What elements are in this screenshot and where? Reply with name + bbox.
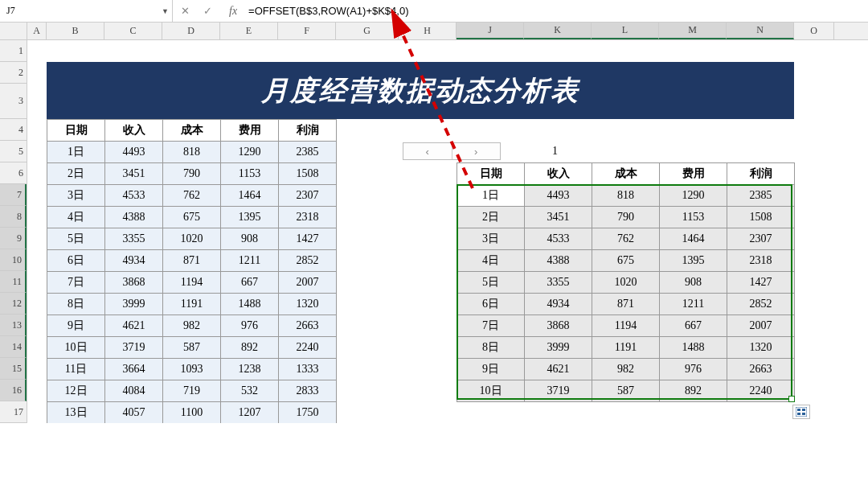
column-header-N[interactable]: N — [727, 23, 794, 39]
spinner-next-icon[interactable]: › — [452, 143, 500, 159]
table-cell[interactable]: 1194 — [592, 315, 660, 337]
table-cell[interactable]: 3999 — [525, 337, 592, 359]
table-cell[interactable]: 982 — [163, 315, 221, 337]
column-header-A[interactable]: A — [27, 23, 47, 39]
table-cell[interactable]: 1日 — [47, 142, 105, 163]
table-cell[interactable]: 762 — [592, 228, 660, 250]
chevron-down-icon[interactable]: ▼ — [162, 7, 169, 15]
table-cell[interactable]: 976 — [660, 359, 727, 380]
column-header-L[interactable]: L — [592, 23, 659, 39]
table-cell[interactable]: 2307 — [279, 185, 337, 207]
table-cell[interactable]: 4533 — [525, 228, 592, 250]
table-cell[interactable]: 4621 — [105, 315, 163, 337]
table-cell[interactable]: 1488 — [221, 294, 279, 315]
row-header-3[interactable]: 3 — [0, 84, 27, 119]
table-cell[interactable]: 2385 — [279, 142, 337, 163]
table-cell[interactable]: 2日 — [457, 207, 525, 228]
row-header-5[interactable]: 5 — [0, 141, 27, 162]
table-cell[interactable]: 667 — [660, 315, 727, 337]
table-cell[interactable]: 1211 — [221, 250, 279, 272]
table-cell[interactable]: 11日 — [47, 359, 105, 380]
table-cell[interactable]: 1日 — [457, 185, 525, 207]
table-cell[interactable]: 4493 — [525, 185, 592, 207]
column-header-M[interactable]: M — [659, 23, 727, 39]
row-header-16[interactable]: 16 — [0, 380, 27, 401]
table-cell[interactable]: 982 — [592, 359, 660, 380]
table-cell[interactable]: 1191 — [592, 337, 660, 359]
column-header-E[interactable]: E — [220, 23, 278, 39]
row-header-6[interactable]: 6 — [0, 162, 27, 184]
table-cell[interactable]: 4493 — [105, 142, 163, 163]
table-cell[interactable]: 1238 — [221, 359, 279, 380]
table-cell[interactable]: 3868 — [525, 315, 592, 337]
table-cell[interactable]: 4388 — [525, 250, 592, 272]
table-cell[interactable]: 1290 — [660, 185, 727, 207]
table-cell[interactable]: 4084 — [105, 380, 163, 402]
sheet-canvas[interactable]: 月度经营数据动态分析表 日期收入成本费用利润1日4493818129023852… — [27, 40, 868, 423]
table-cell[interactable]: 2385 — [727, 185, 795, 207]
name-box[interactable]: J7 ▼ — [0, 0, 173, 22]
row-header-4[interactable]: 4 — [0, 119, 27, 141]
table-cell[interactable]: 1395 — [221, 207, 279, 228]
column-header-F[interactable]: F — [278, 23, 336, 39]
table-cell[interactable]: 4621 — [525, 359, 592, 380]
table-cell[interactable]: 2663 — [727, 359, 795, 380]
table-cell[interactable]: 790 — [163, 163, 221, 185]
table-cell[interactable]: 1464 — [660, 228, 727, 250]
table-cell[interactable]: 762 — [163, 185, 221, 207]
table-cell[interactable]: 9日 — [457, 359, 525, 380]
table-cell[interactable]: 3719 — [525, 380, 592, 402]
table-cell[interactable]: 532 — [221, 380, 279, 402]
table-cell[interactable]: 5日 — [457, 272, 525, 294]
table-cell[interactable]: 1290 — [221, 142, 279, 163]
table-cell[interactable]: 667 — [221, 272, 279, 294]
row-header-10[interactable]: 10 — [0, 249, 27, 271]
table-cell[interactable]: 8日 — [457, 337, 525, 359]
table-cell[interactable]: 1320 — [727, 337, 795, 359]
table-cell[interactable]: 719 — [163, 380, 221, 402]
table-cell[interactable]: 2318 — [279, 207, 337, 228]
table-cell[interactable]: 908 — [660, 272, 727, 294]
table-cell[interactable]: 10日 — [457, 380, 525, 402]
table-cell[interactable]: 3664 — [105, 359, 163, 380]
table-cell[interactable]: 10日 — [47, 337, 105, 359]
table-cell[interactable]: 3868 — [105, 272, 163, 294]
row-header-8[interactable]: 8 — [0, 206, 27, 228]
table-cell[interactable]: 1427 — [279, 228, 337, 250]
table-cell[interactable]: 3719 — [105, 337, 163, 359]
row-header-13[interactable]: 13 — [0, 314, 27, 336]
table-cell[interactable]: 1191 — [163, 294, 221, 315]
accept-formula-icon[interactable]: ✓ — [200, 5, 215, 17]
table-cell[interactable]: 2007 — [727, 315, 795, 337]
table-cell[interactable]: 976 — [221, 315, 279, 337]
formula-input[interactable]: =OFFSET(B$3,ROW(A1)+$K$4,0) — [242, 5, 868, 17]
table-cell[interactable]: 1211 — [660, 294, 727, 315]
row-header-9[interactable]: 9 — [0, 228, 27, 249]
table-cell[interactable]: 4388 — [105, 207, 163, 228]
table-cell[interactable]: 2852 — [727, 294, 795, 315]
table-cell[interactable]: 5日 — [47, 228, 105, 250]
table-cell[interactable]: 9日 — [47, 315, 105, 337]
table-cell[interactable]: 1464 — [221, 185, 279, 207]
table-cell[interactable]: 675 — [163, 207, 221, 228]
table-cell[interactable]: 3451 — [105, 163, 163, 185]
row-header-14[interactable]: 14 — [0, 336, 27, 358]
table-cell[interactable]: 1153 — [660, 207, 727, 228]
table-cell[interactable]: 1194 — [163, 272, 221, 294]
table-cell[interactable]: 4934 — [105, 250, 163, 272]
select-all-corner[interactable] — [0, 23, 27, 39]
table-cell[interactable]: 2240 — [727, 380, 795, 402]
table-cell[interactable]: 1153 — [221, 163, 279, 185]
cancel-formula-icon[interactable]: ✕ — [178, 5, 192, 17]
table-cell[interactable]: 4日 — [47, 207, 105, 228]
row-header-11[interactable]: 11 — [0, 271, 27, 293]
table-cell[interactable]: 908 — [221, 228, 279, 250]
table-cell[interactable]: 2833 — [279, 380, 337, 402]
table-cell[interactable]: 3999 — [105, 294, 163, 315]
row-header-1[interactable]: 1 — [0, 40, 27, 62]
table-cell[interactable]: 1750 — [279, 402, 337, 424]
table-cell[interactable]: 871 — [163, 250, 221, 272]
table-cell[interactable]: 1395 — [660, 250, 727, 272]
table-cell[interactable]: 4934 — [525, 294, 592, 315]
spinner-prev-icon[interactable]: ‹ — [403, 143, 452, 159]
